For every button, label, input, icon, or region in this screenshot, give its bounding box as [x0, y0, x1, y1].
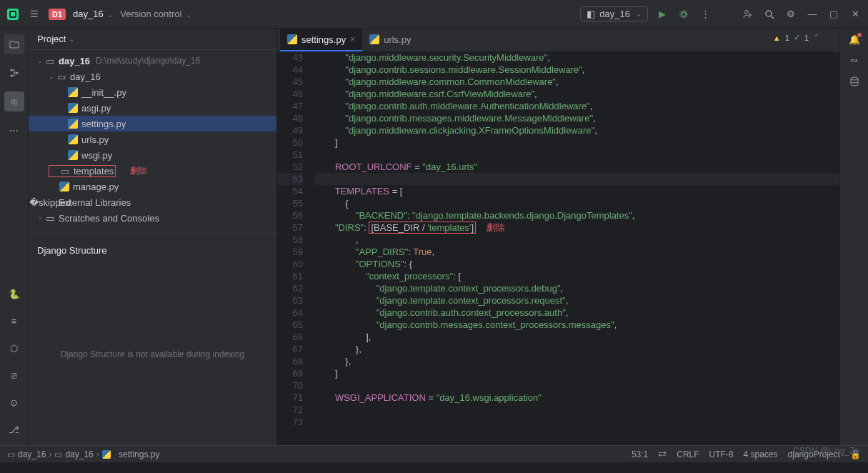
code-area[interactable]: 4344454647484950515253545556575859606162… — [277, 51, 839, 445]
git-icon[interactable]: ⎇ — [4, 419, 24, 439]
python-file-icon — [287, 34, 297, 44]
django-structure-header[interactable]: Django Structure — [29, 238, 276, 263]
warning-icon: ▲ — [773, 34, 781, 42]
tree-file[interactable]: __init__.py — [29, 84, 276, 100]
tree-external-libs[interactable]: ›�skippedExternal Libraries — [29, 194, 276, 210]
main-menu-icon[interactable]: ☰ — [27, 7, 41, 21]
more-actions-icon[interactable]: ⋮ — [698, 7, 712, 21]
python-console-icon[interactable]: 🐍 — [4, 284, 24, 304]
tree-scratches[interactable]: ›▭Scratches and Consoles — [29, 210, 276, 226]
right-toolbar: 🔔 ∾ — [839, 29, 868, 445]
close-tab-icon[interactable]: × — [350, 34, 355, 44]
maximize-icon[interactable]: ▢ — [827, 7, 841, 21]
indent-icon[interactable]: ⮂ — [658, 449, 667, 459]
project-panel-header[interactable]: Project ⌄ — [29, 29, 276, 50]
python-file-icon — [102, 450, 111, 459]
more-tools-icon[interactable]: ⋯ — [4, 120, 24, 140]
tree-manage-py[interactable]: manage.py — [29, 179, 276, 194]
project-tree: ⌄▭day_16D:\me\study\django\day_16 ⌄▭day_… — [29, 50, 276, 229]
run-button[interactable]: ▶ — [655, 7, 669, 21]
status-bar: ▭day_16› ▭day_16› settings.py 53:1 ⮂ CRL… — [0, 445, 868, 462]
terminal-icon[interactable]: ⎚ — [4, 365, 24, 385]
tree-file[interactable]: urls.py — [29, 131, 276, 147]
side-panel: Project ⌄ ⌄▭day_16D:\me\study\django\day… — [29, 29, 277, 445]
minimize-icon[interactable]: — — [805, 7, 819, 21]
problems-icon[interactable]: ⊙ — [4, 392, 24, 412]
tree-templates-dir[interactable]: ▭templates删除 — [29, 163, 276, 179]
caret-position[interactable]: 53:1 — [632, 449, 648, 459]
notifications-icon[interactable]: 🔔 — [849, 34, 860, 45]
tree-app-dir[interactable]: ⌄▭day_16 — [29, 69, 276, 84]
tree-file[interactable]: wsgi.py — [29, 147, 276, 163]
debug-button[interactable] — [677, 7, 691, 21]
editor: settings.py× urls.py ▲1 ✓1 ⌃ 43444546474… — [277, 29, 839, 445]
left-toolbar: dj ⋯ 🐍 ≡ ⬡ ⎚ ⊙ ⎇ — [0, 29, 29, 445]
source[interactable]: "django.middleware.security.SecurityMidd… — [314, 51, 839, 445]
python-packages-icon[interactable]: ≡ — [4, 311, 24, 331]
svg-point-1 — [745, 10, 749, 14]
django-structure-tool-icon[interactable]: dj — [4, 91, 24, 111]
django-structure-placeholder: Django Structure is not available during… — [29, 263, 276, 445]
folder-icon: ▭ — [54, 449, 62, 459]
settings-icon[interactable]: ⚙ — [784, 7, 798, 21]
run-config-selector[interactable]: ◧day_16⌄ — [580, 6, 648, 21]
django-icon: ◧ — [587, 9, 595, 19]
tree-file[interactable]: asgi.py — [29, 100, 276, 116]
project-dropdown[interactable]: day_16 ⌄ — [73, 9, 113, 19]
encoding[interactable]: UTF-8 — [709, 449, 734, 459]
python-file-icon — [369, 34, 379, 44]
project-badge: D1 — [49, 9, 66, 20]
gutter[interactable]: 4344454647484950515253545556575859606162… — [277, 51, 314, 445]
close-icon[interactable]: ✕ — [848, 7, 862, 21]
tree-root[interactable]: ⌄▭day_16D:\me\study\django\day_16 — [29, 53, 276, 69]
vcs-dropdown[interactable]: Version control ⌄ — [120, 9, 191, 19]
app-logo-icon — [6, 7, 20, 21]
ai-assistant-icon[interactable]: ∾ — [850, 55, 858, 66]
indent-config[interactable]: 4 spaces — [744, 449, 778, 459]
code-with-me-icon[interactable] — [741, 7, 755, 21]
editor-tabs: settings.py× urls.py — [277, 29, 839, 51]
tab-settings-py[interactable]: settings.py× — [280, 29, 362, 51]
svg-point-6 — [851, 77, 858, 80]
watermark: CSDN @Ling_Ze — [793, 446, 859, 456]
line-separator[interactable]: CRLF — [677, 449, 699, 459]
ok-icon: ✓ — [794, 33, 800, 42]
database-icon[interactable] — [849, 76, 860, 89]
folder-icon: ▭ — [7, 449, 15, 459]
svg-point-0 — [682, 12, 686, 16]
tab-urls-py[interactable]: urls.py — [362, 29, 418, 51]
services-icon[interactable]: ⬡ — [4, 338, 24, 358]
tree-file[interactable]: settings.py — [29, 116, 276, 131]
breadcrumb[interactable]: ▭day_16› ▭day_16› settings.py — [7, 449, 159, 459]
structure-tool-icon[interactable] — [4, 63, 24, 83]
search-icon[interactable] — [762, 7, 777, 21]
svg-point-2 — [766, 11, 772, 16]
project-tool-icon[interactable] — [4, 34, 24, 54]
inspection-widget[interactable]: ▲1 ✓1 ⌃ — [773, 33, 819, 42]
titlebar: ☰ D1 day_16 ⌄ Version control ⌄ ◧day_16⌄… — [0, 0, 868, 29]
